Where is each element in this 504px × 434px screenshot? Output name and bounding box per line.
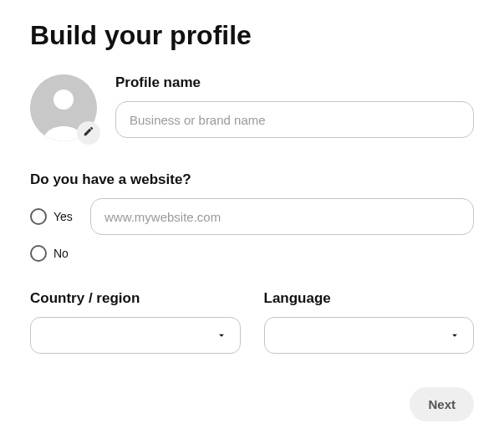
website-yes-radio[interactable]: Yes: [30, 208, 79, 225]
svg-point-1: [53, 89, 74, 110]
avatar-container: [30, 74, 97, 141]
pencil-icon: [83, 125, 94, 140]
page-title: Build your profile: [30, 20, 474, 51]
language-field-group: Language: [264, 290, 475, 354]
website-section: Do you have a website? Yes No: [30, 171, 474, 262]
website-yes-row: Yes: [30, 198, 474, 235]
website-url-wrap: [90, 198, 474, 235]
profile-section: Profile name: [30, 74, 474, 141]
language-select[interactable]: [264, 317, 475, 354]
website-url-input[interactable]: [90, 198, 474, 235]
locale-section: Country / region Language: [30, 290, 474, 354]
language-label: Language: [264, 290, 475, 307]
chevron-down-icon: [448, 329, 461, 342]
yes-label: Yes: [53, 210, 73, 223]
profile-name-input[interactable]: [115, 101, 474, 138]
edit-avatar-button[interactable]: [77, 121, 100, 145]
profile-name-label: Profile name: [115, 74, 474, 91]
website-question-label: Do you have a website?: [30, 171, 474, 188]
country-field-group: Country / region: [30, 290, 241, 354]
profile-name-field-group: Profile name: [115, 74, 474, 138]
website-no-radio[interactable]: No: [30, 245, 79, 262]
radio-icon: [30, 208, 47, 225]
radio-icon: [30, 245, 47, 262]
country-select[interactable]: [30, 317, 241, 354]
chevron-down-icon: [215, 329, 228, 342]
country-label: Country / region: [30, 290, 241, 307]
footer: Next: [30, 387, 474, 421]
no-label: No: [53, 247, 69, 260]
next-button[interactable]: Next: [410, 387, 474, 421]
